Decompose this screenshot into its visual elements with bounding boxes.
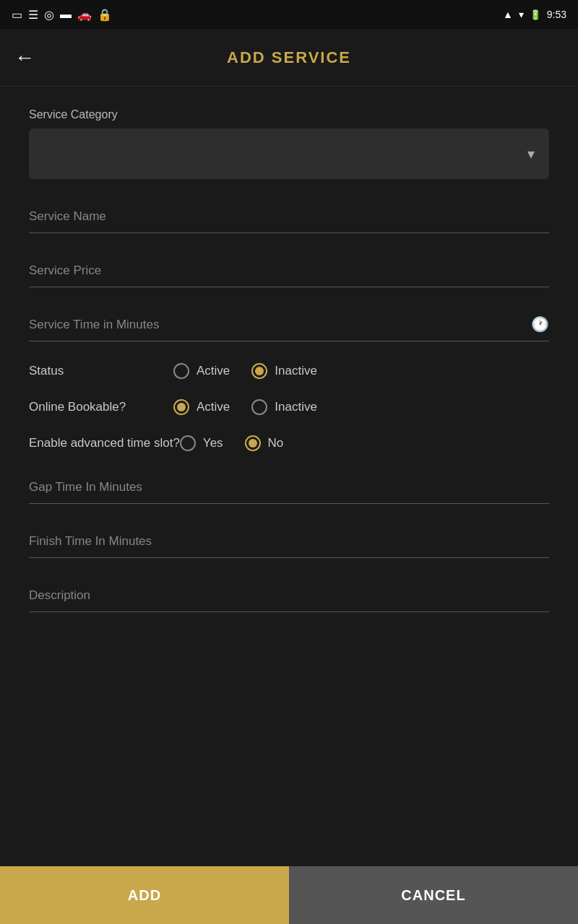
service-category-label: Service Category — [29, 108, 549, 121]
back-icon: ← — [14, 46, 35, 69]
ats-no-option[interactable]: No — [245, 435, 284, 451]
header: ← ADD SERVICE — [0, 29, 578, 87]
description-input[interactable] — [29, 580, 549, 612]
battery-icon: 🔋 — [530, 9, 541, 20]
ats-no-label: No — [268, 436, 284, 450]
ob-inactive-radio[interactable] — [251, 399, 267, 415]
wifi-icon: ▾ — [519, 9, 524, 20]
status-row: Status Active Inactive — [29, 363, 549, 379]
service-time-input[interactable] — [29, 309, 549, 341]
ob-inactive-label: Inactive — [275, 400, 317, 414]
status-active-radio[interactable] — [173, 363, 189, 379]
service-category-dropdown[interactable] — [29, 128, 549, 179]
finish-time-input[interactable] — [29, 526, 549, 558]
service-name-section — [29, 201, 549, 233]
advanced-time-slot-label: Enable advanced time slot? — [29, 436, 180, 450]
screen-icon: ▭ — [12, 8, 22, 22]
gap-time-input[interactable] — [29, 471, 549, 504]
service-category-dropdown-container: ▾ — [29, 128, 549, 179]
page-title: ADD SERVICE — [227, 48, 351, 67]
gap-time-section — [29, 471, 549, 504]
ats-yes-radio[interactable] — [180, 435, 196, 451]
circle-icon: ◎ — [44, 8, 54, 22]
car-icon: 🚗 — [77, 8, 92, 22]
status-options: Active Inactive — [173, 363, 317, 379]
card-icon: ▬ — [60, 8, 72, 21]
time-display: 9:53 — [547, 9, 566, 20]
status-label: Status — [29, 364, 173, 378]
advanced-time-slot-options: Yes No — [180, 435, 283, 451]
ob-active-radio[interactable] — [173, 399, 189, 415]
ob-inactive-option[interactable]: Inactive — [251, 399, 317, 415]
online-bookable-row: Online Bookable? Active Inactive — [29, 399, 549, 415]
advanced-time-slot-row: Enable advanced time slot? Yes No — [29, 435, 549, 451]
status-inactive-label: Inactive — [275, 364, 317, 378]
status-bar-left: ▭ ☰ ◎ ▬ 🚗 🔒 — [12, 8, 112, 22]
ob-active-label: Active — [197, 400, 230, 414]
finish-time-section — [29, 526, 549, 558]
ats-yes-option[interactable]: Yes — [180, 435, 223, 451]
service-category-section: Service Category ▾ — [29, 108, 549, 179]
cancel-button[interactable]: CANCEL — [289, 866, 578, 924]
status-active-option[interactable]: Active — [173, 363, 230, 379]
list-icon: ☰ — [28, 8, 38, 22]
status-inactive-radio[interactable] — [251, 363, 267, 379]
status-inactive-option[interactable]: Inactive — [251, 363, 317, 379]
service-time-section: 🕐 — [29, 309, 549, 341]
service-price-section — [29, 255, 549, 287]
service-price-input[interactable] — [29, 255, 549, 287]
signal-icon: ▲ — [503, 9, 513, 20]
online-bookable-options: Active Inactive — [173, 399, 317, 415]
status-bar-right: ▲ ▾ 🔋 9:53 — [503, 9, 566, 20]
status-active-label: Active — [197, 364, 230, 378]
back-button[interactable]: ← — [14, 46, 35, 69]
service-name-input[interactable] — [29, 201, 549, 233]
ob-active-option[interactable]: Active — [173, 399, 230, 415]
clock-icon: 🕐 — [531, 315, 549, 333]
ats-yes-label: Yes — [203, 436, 223, 450]
add-button[interactable]: ADD — [0, 866, 289, 924]
ats-no-radio[interactable] — [245, 435, 261, 451]
description-section — [29, 580, 549, 612]
online-bookable-label: Online Bookable? — [29, 400, 173, 414]
lock-icon: 🔒 — [98, 8, 112, 22]
main-content: Service Category ▾ 🕐 Status Active In — [0, 87, 578, 706]
bottom-buttons: ADD CANCEL — [0, 866, 578, 924]
status-bar: ▭ ☰ ◎ ▬ 🚗 🔒 ▲ ▾ 🔋 9:53 — [0, 0, 578, 29]
